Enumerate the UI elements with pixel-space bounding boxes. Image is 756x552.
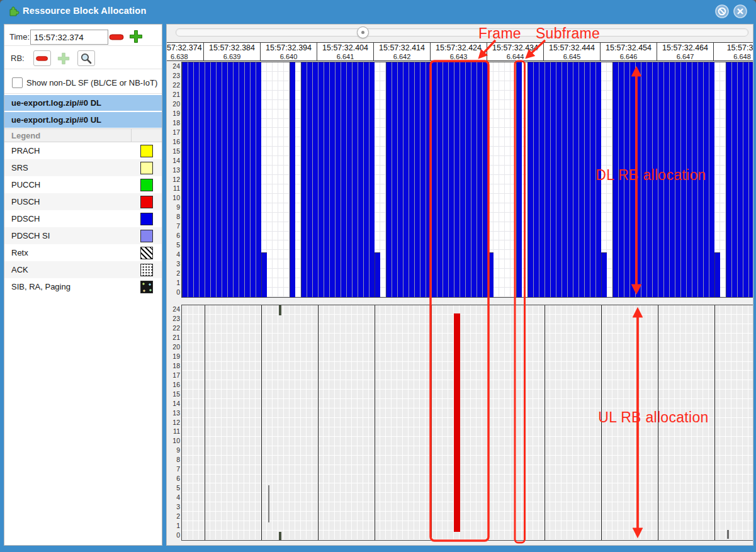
rb-axis-tick-label: 12 xyxy=(167,176,180,183)
rb-axis-tick-label: 0 xyxy=(167,288,180,296)
dl-pdsch-bar xyxy=(216,62,222,297)
dl-pdsch-bar xyxy=(641,62,646,297)
rb-axis-tick-label: 16 xyxy=(167,138,180,145)
rb-axis-tick-label: 6 xyxy=(167,232,180,239)
dl-pdsch-bar xyxy=(697,62,703,297)
plus-icon xyxy=(57,52,71,65)
ul-frame-boundary-line xyxy=(601,305,602,540)
timeline-frame-label: 6.643 xyxy=(431,53,487,60)
search-icon xyxy=(80,52,93,65)
legend-item: Retx xyxy=(4,244,162,261)
rb-minus-button[interactable] xyxy=(33,50,51,66)
dl-pdsch-bar xyxy=(420,62,426,297)
rb-axis-tick-label: 4 xyxy=(167,251,180,258)
ul-frame-boundary-line xyxy=(714,305,715,540)
dl-pdsch-bar xyxy=(437,62,443,297)
dl-pdsch-bar xyxy=(188,62,193,297)
legend-item-label: PDSCH SI xyxy=(11,231,50,240)
timeline-frame-label: 6.647 xyxy=(657,53,713,60)
dl-pdsch-bar xyxy=(182,62,188,297)
dl-pdsch-bar xyxy=(386,62,392,297)
time-plus-button[interactable] xyxy=(128,29,144,44)
dl-pdsch-bar xyxy=(743,62,748,297)
rb-axis-tick-label: 6 xyxy=(167,475,180,482)
show-non-dl-sf-checkbox[interactable] xyxy=(12,77,23,88)
ul-event-srs xyxy=(268,485,269,523)
dl-pdsch-bar xyxy=(550,62,556,297)
rb-axis-tick-label: 11 xyxy=(167,427,180,435)
rb-axis-tick-label: 20 xyxy=(167,343,180,351)
dl-pdsch-bar xyxy=(680,62,686,297)
dl-rb-plot[interactable] xyxy=(181,62,753,298)
timeline-frame-label: 6.639 xyxy=(204,53,260,60)
dl-pdsch-bar xyxy=(624,62,629,297)
timeline-time-label: 15:57:32.384 xyxy=(204,43,260,52)
legend-swatch-icon xyxy=(140,281,153,293)
dl-pdsch-bar xyxy=(748,62,753,297)
ul-rb-plot[interactable] xyxy=(181,305,753,541)
dl-pdsch-bar xyxy=(403,62,409,297)
resource-block-allocation-window: Ressource Block Allocation Time: xyxy=(0,0,756,552)
legend-item-label: PDSCH xyxy=(11,214,40,223)
dl-pdsch-bar xyxy=(443,62,448,297)
rb-axis-tick-label: 20 xyxy=(167,100,180,108)
show-non-dl-sf-label: Show non-DL SF (BL/CE or NB-IoT) xyxy=(26,78,157,87)
dl-pdsch-bar xyxy=(397,62,403,297)
dl-pdsch-bar-low xyxy=(601,252,607,297)
dl-pdsch-bar xyxy=(335,62,341,297)
ul-frame-boundary-line xyxy=(658,305,658,540)
timeline-scrollbar[interactable] xyxy=(176,28,748,37)
timeline-time-label: 57:32.374 xyxy=(167,43,203,52)
dl-pdsch-bar xyxy=(556,62,561,297)
legend-column-divider xyxy=(131,129,132,142)
timeline-scrollbar-thumb[interactable] xyxy=(357,26,369,38)
legend-swatch-icon xyxy=(140,247,153,259)
timeline-cell: 15:57:32.4446.645 xyxy=(544,43,601,60)
dl-pdsch-bar xyxy=(250,62,256,297)
legend-item: PDSCH SI xyxy=(4,227,162,244)
legend-item-label: PUCCH xyxy=(11,180,40,189)
legend-header-label: Legend xyxy=(11,131,40,140)
rb-axis-tick-label: 23 xyxy=(167,315,180,322)
rb-axis-tick-label: 10 xyxy=(167,194,180,201)
puzzle-icon xyxy=(8,6,20,17)
ul-frame-boundary-line xyxy=(205,305,205,540)
rb-axis-tick-label: 8 xyxy=(167,456,180,463)
dl-pdsch-bar xyxy=(471,62,477,297)
rb-axis-tick-label: 14 xyxy=(167,157,180,164)
dl-pdsch-bar xyxy=(663,62,669,297)
dl-pdsch-bar xyxy=(256,62,261,297)
timeline-time-label: 15:57:32 xyxy=(714,43,753,52)
timeline-frame-label: 6.641 xyxy=(317,53,373,60)
dl-pdsch-bar xyxy=(454,62,460,297)
dl-pdsch-bar xyxy=(477,62,482,297)
rb-plus-button-disabled[interactable] xyxy=(55,50,72,66)
divider xyxy=(4,69,162,69)
timeline-cell: 15:57:32.3846.639 xyxy=(204,43,261,60)
time-minus-button[interactable] xyxy=(108,31,125,43)
time-input[interactable] xyxy=(30,30,108,45)
rb-axis-tick-label: 22 xyxy=(167,324,180,332)
stream-item-label: ue-export.log.zip/#0 DL xyxy=(11,98,101,108)
rb-axis-tick-label: 1 xyxy=(167,522,180,529)
legend-item: PRACH xyxy=(4,142,162,159)
rb-axis-tick-label: 11 xyxy=(167,184,180,192)
disable-window-icon[interactable] xyxy=(715,4,729,18)
dl-pdsch-bar xyxy=(658,62,663,297)
plus-icon xyxy=(128,29,144,44)
rb-axis-tick-label: 19 xyxy=(167,352,180,360)
rb-zoom-button[interactable] xyxy=(77,50,95,66)
close-window-icon[interactable] xyxy=(733,4,747,18)
dl-pdsch-bar xyxy=(539,62,544,297)
dl-pdsch-bar xyxy=(584,62,590,297)
dl-pdsch-bar xyxy=(244,62,250,297)
stream-item-dl[interactable]: ue-export.log.zip/#0 DL xyxy=(4,95,162,111)
rb-axis-tick-label: 1 xyxy=(167,279,180,286)
dl-pdsch-bar xyxy=(352,62,358,297)
legend-swatch-icon xyxy=(140,179,153,191)
stream-item-ul[interactable]: ue-export.log.zip/#0 UL xyxy=(4,112,162,128)
divider xyxy=(4,93,162,94)
dl-pdsch-bar xyxy=(533,62,539,297)
rb-axis-tick-label: 9 xyxy=(167,203,180,211)
dl-pdsch-bar xyxy=(460,62,465,297)
